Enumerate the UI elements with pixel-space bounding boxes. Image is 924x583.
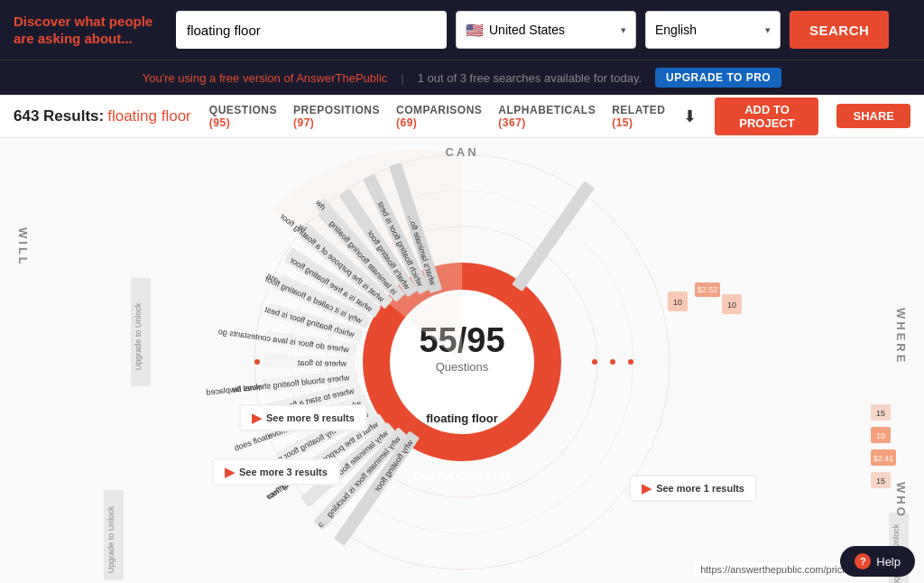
chevron-icon: ▶ bbox=[642, 481, 651, 495]
search-button[interactable]: SEARCH bbox=[790, 11, 889, 49]
chevron-down-icon: ▾ bbox=[621, 24, 626, 36]
results-title-area: 643 Results: floating floor bbox=[14, 107, 191, 125]
searches-remaining-text: 1 out of 3 free searches available for t… bbox=[418, 71, 642, 85]
upgrade-pro-button[interactable]: UPGRADE TO PRO bbox=[655, 68, 781, 88]
results-count: 643 Results: bbox=[14, 107, 104, 125]
flag-icon: 🇺🇸 bbox=[466, 22, 484, 39]
language-label: English bbox=[655, 23, 697, 37]
svg-text:15: 15 bbox=[876, 409, 885, 418]
svg-text:Upgrade to Unlock: Upgrade to Unlock bbox=[134, 302, 143, 370]
header-tagline: Discover what people are asking about... bbox=[14, 13, 167, 48]
language-select[interactable]: English ▾ bbox=[645, 11, 781, 49]
results-keyword: floating floor bbox=[107, 107, 191, 125]
svg-text:where to float: where to float bbox=[297, 358, 347, 368]
country-label: United States bbox=[489, 23, 565, 37]
chevron-icon: ▶ bbox=[252, 411, 262, 425]
svg-text:10: 10 bbox=[673, 298, 682, 307]
share-button[interactable]: SHARE bbox=[836, 104, 910, 128]
section-label-will: WILL bbox=[16, 227, 30, 267]
see-more-button-4[interactable]: ▶ See more 1 results bbox=[629, 475, 757, 502]
svg-text:Questions: Questions bbox=[436, 360, 489, 374]
upgrade-banner: You're using a free version of AnswerThe… bbox=[0, 60, 924, 95]
svg-point-16 bbox=[610, 359, 615, 365]
wheel-svg: 55/95 Questions Search Volume: 12.1K flo… bbox=[0, 138, 924, 583]
svg-point-15 bbox=[592, 359, 597, 365]
svg-text:floating floor: floating floor bbox=[426, 412, 497, 425]
svg-text:10: 10 bbox=[727, 301, 736, 310]
tab-questions[interactable]: QUESTIONS (95) bbox=[209, 104, 277, 129]
help-button[interactable]: ? Help bbox=[840, 546, 915, 577]
see-more-label-1: See more 9 results bbox=[266, 412, 355, 423]
visualization-area: 55/95 Questions Search Volume: 12.1K flo… bbox=[0, 138, 924, 583]
country-select[interactable]: 🇺🇸 United States ▾ bbox=[456, 11, 636, 49]
section-label-can: CAN bbox=[445, 145, 478, 159]
svg-text:Search Volume: 12.1K: Search Volume: 12.1K bbox=[411, 394, 514, 405]
tab-comparisons[interactable]: COMPARISONS (69) bbox=[396, 104, 482, 129]
chevron-down-icon: ▾ bbox=[765, 24, 771, 36]
toolbar: 643 Results: floating floor QUESTIONS (9… bbox=[0, 95, 924, 138]
free-version-text: You're using a free version of AnswerThe… bbox=[143, 71, 388, 85]
see-more-label-4: See more 1 results bbox=[656, 483, 744, 494]
see-more-button-2[interactable]: ▶ See more 3 results bbox=[212, 458, 340, 486]
svg-text:$2.52: $2.52 bbox=[698, 285, 718, 294]
results-tabs: QUESTIONS (95) PREPOSITIONS (97) COMPARI… bbox=[209, 104, 666, 129]
tab-prepositions[interactable]: PREPOSITIONS (97) bbox=[293, 104, 380, 129]
search-input-wrap[interactable] bbox=[176, 11, 447, 49]
svg-point-17 bbox=[628, 359, 633, 365]
svg-text:10: 10 bbox=[876, 431, 885, 440]
chevron-icon: ▶ bbox=[225, 465, 235, 479]
help-icon: ? bbox=[855, 553, 871, 569]
svg-text:$2.41: $2.41 bbox=[873, 454, 894, 463]
svg-text:15: 15 bbox=[876, 477, 885, 486]
see-more-label-2: See more 3 results bbox=[239, 467, 328, 477]
svg-text:Cost Per Click: $1.51: Cost Per Click: $1.51 bbox=[413, 470, 512, 481]
header: Discover what people are asking about...… bbox=[0, 0, 924, 60]
svg-text:Upgrade to Unlock: Upgrade to Unlock bbox=[106, 505, 116, 573]
see-more-button-1[interactable]: ▶ See more 9 results bbox=[239, 404, 367, 431]
url-bar: https://answerthepublic.com/pricing bbox=[695, 562, 861, 577]
section-label-who: WHO bbox=[894, 482, 908, 519]
download-icon[interactable]: ⬇ bbox=[683, 106, 697, 126]
svg-rect-46 bbox=[512, 180, 595, 292]
search-input[interactable] bbox=[176, 11, 447, 49]
svg-point-14 bbox=[254, 359, 260, 365]
add-to-project-button[interactable]: ADD TO PROJECT bbox=[715, 97, 818, 135]
section-label-where: WHERE bbox=[894, 308, 908, 365]
help-label: Help bbox=[876, 555, 901, 569]
tab-alphabeticals[interactable]: ALPHABETICALS (367) bbox=[498, 104, 596, 129]
tab-related[interactable]: RELATED (15) bbox=[612, 104, 665, 129]
